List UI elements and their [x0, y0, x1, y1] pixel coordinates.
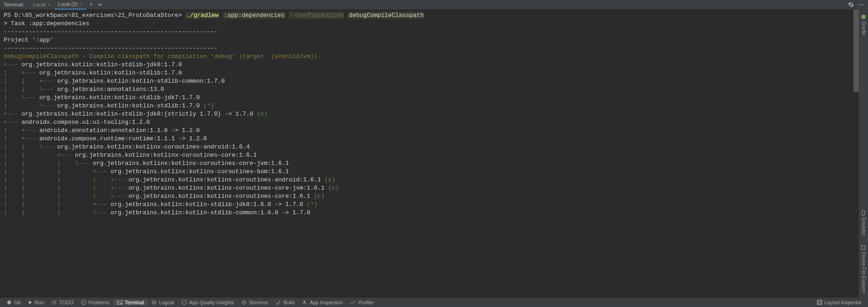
- tree-line: | | | +--- org.jetbrains.kotlinx:kotlinx…: [4, 168, 864, 176]
- cmd-arg: :app:dependencies: [223, 12, 286, 19]
- close-icon[interactable]: ×: [48, 2, 51, 7]
- tree-line: | | \--- org.jetbrains.kotlinx:kotlinx-c…: [4, 143, 864, 151]
- tree-line: | | +--- org.jetbrains.kotlinx:kotlinx-c…: [4, 151, 864, 159]
- svg-point-8: [304, 301, 305, 302]
- close-icon[interactable]: ×: [80, 2, 83, 7]
- cmd-opt: --configuration: [289, 12, 344, 19]
- side-tool-gradle[interactable]: Gradle: [860, 10, 867, 40]
- svg-rect-1: [862, 211, 865, 215]
- tree-line: +--- org.jetbrains.kotlin:kotlin-stdlib-…: [4, 110, 864, 118]
- tree-line: | +--- androidx.annotation:annotation:1.…: [4, 127, 864, 135]
- tab-local[interactable]: Local ×: [30, 0, 54, 10]
- tree-line: +--- androidx.compose.ui:ui-tooling:1.2.…: [4, 118, 864, 127]
- footer-problems[interactable]: ! Problems: [77, 300, 113, 305]
- side-tool-device-explorer[interactable]: Device File Explorer: [860, 240, 867, 297]
- footer-services[interactable]: Services: [238, 300, 272, 305]
- output-config: debugCompileClasspath - Compile classpat…: [4, 53, 864, 61]
- add-tab-icon[interactable]: +: [86, 1, 95, 8]
- footer-profiler[interactable]: Profiler: [346, 300, 378, 305]
- header-right: —: [848, 1, 868, 8]
- output-project: Project ':app': [4, 36, 864, 44]
- gear-icon[interactable]: [848, 1, 854, 8]
- tree-line: | | | \--- org.jetbrains.kotlin:kotlin-s…: [4, 209, 864, 217]
- tab-local-2[interactable]: Local (2) ×: [54, 0, 87, 10]
- svg-rect-2: [862, 246, 865, 249]
- tree-line: | | | | +--- org.jetbrains.kotlinx:kotli…: [4, 184, 864, 192]
- svg-rect-10: [818, 301, 821, 304]
- tree-line: | | | | +--- org.jetbrains.kotlinx:kotli…: [4, 176, 864, 184]
- footer: Git Run TODO ! Problems Terminal Logcat …: [0, 297, 868, 307]
- svg-rect-5: [117, 300, 122, 305]
- tree-line: | | | | \--- org.jetbrains.kotlinx:kotli…: [4, 192, 864, 201]
- tree-line: | +--- androidx.compose.runtime:runtime:…: [4, 135, 864, 143]
- prompt-prefix: PS: [4, 12, 14, 19]
- cmd-arg2: debugCompileClasspath: [348, 12, 425, 19]
- output-task: > Task :app:dependencies: [4, 20, 864, 28]
- tree-line: | | | +--- org.jetbrains.kotlin:kotlin-s…: [4, 201, 864, 209]
- tree-line: | +--- org.jetbrains.kotlin:kotlin-stdli…: [4, 69, 864, 77]
- footer-app-inspection[interactable]: App Inspection: [298, 300, 346, 305]
- side-tools: Gradle Emulator Device File Explorer: [859, 10, 868, 297]
- footer-terminal[interactable]: Terminal: [113, 300, 148, 305]
- svg-point-7: [244, 302, 245, 303]
- svg-text:!: !: [83, 301, 84, 305]
- tree-line: +--- org.jetbrains.kotlin:kotlin-stdlib-…: [4, 61, 864, 69]
- footer-logcat[interactable]: Logcat: [148, 300, 178, 305]
- footer-right: Layout Inspector: [813, 300, 865, 305]
- scrollbar[interactable]: [853, 10, 859, 92]
- footer-git[interactable]: Git: [3, 300, 24, 305]
- footer-build[interactable]: Build: [272, 300, 298, 305]
- side-tool-emulator[interactable]: Emulator: [860, 206, 867, 240]
- minimize-icon[interactable]: —: [859, 1, 864, 8]
- tree-line: | \--- org.jetbrains.kotlin:kotlin-stdli…: [4, 94, 864, 102]
- cmd: ./gradlew: [186, 12, 219, 19]
- prompt-line: PS D:\05_workSpace\01_exercises\21_Proto…: [4, 11, 864, 20]
- prompt-path: D:\05_workSpace\01_exercises\21_ProtoDat…: [14, 12, 182, 19]
- tree-line: | | | \--- org.jetbrains.kotlinx:kotlinx…: [4, 159, 864, 168]
- tab-label: Local (2): [58, 1, 78, 7]
- dropdown-icon[interactable]: [95, 2, 105, 7]
- tree-line: | | +--- org.jetbrains.kotlin:kotlin-std…: [4, 77, 864, 85]
- tree-line: | | \--- org.jetbrains:annotations:13.0: [4, 85, 864, 94]
- svg-point-0: [861, 15, 866, 19]
- footer-layout-inspector[interactable]: Layout Inspector: [813, 300, 865, 305]
- tree-line: | \--- org.jetbrains.kotlin:kotlin-stdli…: [4, 102, 864, 110]
- output-sep: ----------------------------------------…: [4, 28, 864, 36]
- terminal-body[interactable]: PS D:\05_workSpace\01_exercises\21_Proto…: [0, 10, 868, 297]
- footer-app-quality[interactable]: App Quality Insights: [178, 300, 238, 305]
- terminal-label: Terminal:: [4, 2, 24, 7]
- output-sep: ----------------------------------------…: [4, 44, 864, 53]
- footer-run[interactable]: Run: [24, 300, 48, 305]
- terminal-header: Terminal: Local × Local (2) × + —: [0, 0, 868, 10]
- footer-todo[interactable]: TODO: [48, 300, 77, 305]
- tab-label: Local: [33, 2, 45, 7]
